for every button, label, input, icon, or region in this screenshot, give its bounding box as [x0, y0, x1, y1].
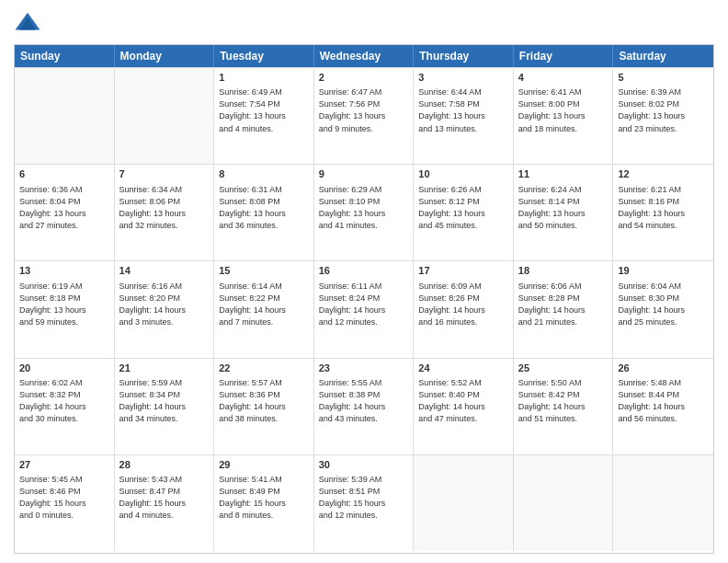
calendar-header-cell: Tuesday: [214, 45, 314, 67]
day-content: Sunrise: 5:48 AM Sunset: 8:44 PM Dayligh…: [618, 377, 709, 425]
calendar-cell: 24Sunrise: 5:52 AM Sunset: 8:40 PM Dayli…: [414, 359, 514, 454]
day-number: 3: [418, 71, 508, 85]
day-content: Sunrise: 5:57 AM Sunset: 8:36 PM Dayligh…: [219, 377, 309, 425]
calendar-cell: 15Sunrise: 6:14 AM Sunset: 8:22 PM Dayli…: [214, 261, 314, 357]
day-content: Sunrise: 6:41 AM Sunset: 8:00 PM Dayligh…: [518, 86, 609, 134]
day-number: 14: [119, 264, 210, 278]
day-number: 25: [518, 362, 609, 375]
day-number: 16: [319, 264, 409, 278]
day-number: 5: [618, 71, 709, 85]
calendar-cell: 4Sunrise: 6:41 AM Sunset: 8:00 PM Daylig…: [514, 68, 614, 164]
day-content: Sunrise: 5:39 AM Sunset: 8:51 PM Dayligh…: [319, 474, 409, 522]
calendar-header-cell: Saturday: [613, 45, 713, 67]
day-number: 1: [219, 71, 309, 85]
calendar-week-row: 1Sunrise: 6:49 AM Sunset: 7:54 PM Daylig…: [15, 67, 713, 164]
day-content: Sunrise: 6:24 AM Sunset: 8:14 PM Dayligh…: [518, 184, 609, 232]
calendar-cell: 18Sunrise: 6:06 AM Sunset: 8:28 PM Dayli…: [514, 261, 614, 357]
calendar-cell: 17Sunrise: 6:09 AM Sunset: 8:26 PM Dayli…: [414, 261, 514, 357]
calendar-cell: 10Sunrise: 6:26 AM Sunset: 8:12 PM Dayli…: [414, 165, 514, 260]
day-number: 17: [418, 264, 508, 278]
day-content: Sunrise: 6:14 AM Sunset: 8:22 PM Dayligh…: [219, 281, 309, 328]
calendar-header-cell: Wednesday: [314, 45, 415, 67]
day-content: Sunrise: 6:44 AM Sunset: 7:58 PM Dayligh…: [418, 86, 508, 134]
day-content: Sunrise: 6:21 AM Sunset: 8:16 PM Dayligh…: [618, 184, 709, 232]
day-content: Sunrise: 6:04 AM Sunset: 8:30 PM Dayligh…: [618, 281, 709, 328]
day-number: 22: [219, 362, 309, 375]
day-number: 11: [518, 167, 609, 181]
calendar-cell: 2Sunrise: 6:47 AM Sunset: 7:56 PM Daylig…: [314, 68, 415, 164]
day-content: Sunrise: 5:43 AM Sunset: 8:47 PM Dayligh…: [119, 474, 210, 522]
calendar-cell: [414, 455, 514, 551]
calendar-cell: 29Sunrise: 5:41 AM Sunset: 8:49 PM Dayli…: [214, 455, 314, 551]
calendar-cell: [613, 455, 713, 551]
day-number: 18: [518, 264, 609, 278]
day-number: 12: [618, 167, 709, 181]
calendar-header-cell: Friday: [514, 45, 614, 67]
day-content: Sunrise: 5:50 AM Sunset: 8:42 PM Dayligh…: [518, 377, 609, 425]
day-content: Sunrise: 6:09 AM Sunset: 8:26 PM Dayligh…: [418, 281, 508, 328]
calendar-cell: 7Sunrise: 6:34 AM Sunset: 8:06 PM Daylig…: [115, 165, 215, 260]
calendar-cell: 19Sunrise: 6:04 AM Sunset: 8:30 PM Dayli…: [613, 261, 713, 357]
calendar-cell: 1Sunrise: 6:49 AM Sunset: 7:54 PM Daylig…: [214, 68, 314, 164]
calendar: SundayMondayTuesdayWednesdayThursdayFrid…: [14, 44, 714, 554]
day-number: 9: [319, 167, 409, 181]
day-number: 8: [219, 167, 309, 181]
day-content: Sunrise: 6:11 AM Sunset: 8:24 PM Dayligh…: [319, 281, 409, 328]
calendar-week-row: 13Sunrise: 6:19 AM Sunset: 8:18 PM Dayli…: [15, 260, 713, 357]
day-number: 15: [219, 264, 309, 278]
calendar-cell: 3Sunrise: 6:44 AM Sunset: 7:58 PM Daylig…: [414, 68, 514, 164]
calendar-cell: 8Sunrise: 6:31 AM Sunset: 8:08 PM Daylig…: [214, 165, 314, 260]
calendar-week-row: 27Sunrise: 5:45 AM Sunset: 8:46 PM Dayli…: [15, 454, 713, 551]
calendar-week-row: 20Sunrise: 6:02 AM Sunset: 8:32 PM Dayli…: [15, 358, 713, 454]
day-content: Sunrise: 6:31 AM Sunset: 8:08 PM Dayligh…: [219, 184, 309, 232]
day-number: 7: [119, 167, 210, 181]
page: SundayMondayTuesdayWednesdayThursdayFrid…: [0, 0, 728, 563]
day-number: 13: [19, 264, 109, 278]
calendar-cell: 9Sunrise: 6:29 AM Sunset: 8:10 PM Daylig…: [314, 165, 415, 260]
day-number: 2: [319, 71, 409, 85]
day-number: 30: [319, 458, 409, 472]
calendar-body: 1Sunrise: 6:49 AM Sunset: 7:54 PM Daylig…: [15, 67, 713, 551]
calendar-cell: 6Sunrise: 6:36 AM Sunset: 8:04 PM Daylig…: [15, 165, 115, 260]
day-content: Sunrise: 6:16 AM Sunset: 8:20 PM Dayligh…: [119, 281, 210, 328]
day-content: Sunrise: 6:36 AM Sunset: 8:04 PM Dayligh…: [19, 184, 109, 232]
day-content: Sunrise: 6:02 AM Sunset: 8:32 PM Dayligh…: [19, 377, 109, 425]
calendar-header-cell: Thursday: [414, 45, 514, 67]
day-content: Sunrise: 5:55 AM Sunset: 8:38 PM Dayligh…: [319, 377, 409, 425]
day-number: 24: [418, 362, 508, 375]
calendar-cell: 28Sunrise: 5:43 AM Sunset: 8:47 PM Dayli…: [115, 455, 215, 551]
day-number: 21: [119, 362, 210, 375]
day-number: 6: [19, 167, 109, 181]
calendar-cell: 25Sunrise: 5:50 AM Sunset: 8:42 PM Dayli…: [514, 359, 614, 454]
day-content: Sunrise: 6:34 AM Sunset: 8:06 PM Dayligh…: [119, 184, 210, 232]
calendar-cell: [514, 455, 614, 551]
calendar-week-row: 6Sunrise: 6:36 AM Sunset: 8:04 PM Daylig…: [15, 164, 713, 260]
calendar-header-cell: Sunday: [15, 45, 115, 67]
calendar-cell: 11Sunrise: 6:24 AM Sunset: 8:14 PM Dayli…: [514, 165, 614, 260]
calendar-cell: 13Sunrise: 6:19 AM Sunset: 8:18 PM Dayli…: [15, 261, 115, 357]
calendar-cell: 14Sunrise: 6:16 AM Sunset: 8:20 PM Dayli…: [115, 261, 215, 357]
calendar-header-cell: Monday: [115, 45, 215, 67]
day-content: Sunrise: 5:59 AM Sunset: 8:34 PM Dayligh…: [119, 377, 210, 425]
day-content: Sunrise: 5:41 AM Sunset: 8:49 PM Dayligh…: [219, 474, 309, 522]
day-number: 28: [119, 458, 210, 472]
header: [14, 9, 714, 37]
calendar-cell: 27Sunrise: 5:45 AM Sunset: 8:46 PM Dayli…: [15, 455, 115, 551]
day-number: 20: [19, 362, 109, 375]
day-number: 10: [418, 167, 508, 181]
day-content: Sunrise: 6:29 AM Sunset: 8:10 PM Dayligh…: [319, 184, 409, 232]
calendar-cell: 22Sunrise: 5:57 AM Sunset: 8:36 PM Dayli…: [214, 359, 314, 454]
calendar-cell: [115, 68, 215, 164]
calendar-cell: 23Sunrise: 5:55 AM Sunset: 8:38 PM Dayli…: [314, 359, 415, 454]
calendar-cell: 16Sunrise: 6:11 AM Sunset: 8:24 PM Dayli…: [314, 261, 415, 357]
day-number: 29: [219, 458, 309, 472]
day-number: 23: [319, 362, 409, 375]
calendar-cell: 12Sunrise: 6:21 AM Sunset: 8:16 PM Dayli…: [613, 165, 713, 260]
logo-icon: [14, 9, 41, 37]
day-content: Sunrise: 5:52 AM Sunset: 8:40 PM Dayligh…: [418, 377, 508, 425]
day-content: Sunrise: 5:45 AM Sunset: 8:46 PM Dayligh…: [19, 474, 109, 522]
logo: [14, 9, 45, 37]
day-number: 27: [19, 458, 109, 472]
calendar-cell: [15, 68, 115, 164]
day-content: Sunrise: 6:26 AM Sunset: 8:12 PM Dayligh…: [418, 184, 508, 232]
